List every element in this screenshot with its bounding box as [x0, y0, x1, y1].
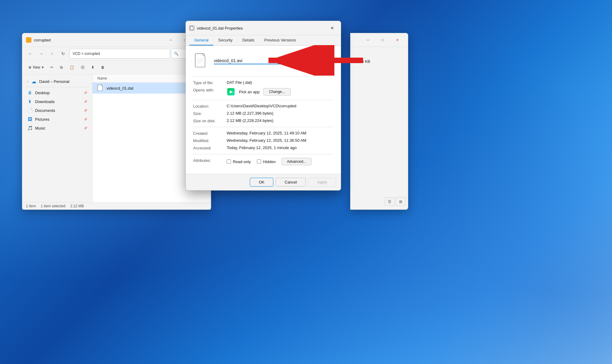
refresh-button[interactable]: ↻ — [58, 49, 68, 59]
new-label: New — [33, 65, 40, 70]
pin-icon: 📌 — [84, 127, 87, 130]
readonly-checkbox-label[interactable]: Read-only — [227, 159, 251, 164]
opens-with-content: ▶ Pick an app Change... — [227, 87, 291, 96]
tab-details[interactable]: Details — [237, 35, 259, 45]
file-page-icon — [97, 84, 103, 92]
pick-app-label: Pick an app — [239, 90, 260, 94]
created-row: Created: Wednesday, February 12, 2025, 1… — [193, 131, 333, 136]
ok-button[interactable]: OK — [250, 178, 273, 187]
section-divider-2 — [193, 100, 333, 100]
sidebar-item-downloads[interactable]: ⬇ Downloads 📌 — [23, 97, 91, 106]
command-bar: ⊕ New ▾ ✂ ⧉ 📋 Ⓐ ⬆ 🗑 ⊞ Details — [22, 61, 211, 74]
list-view-button[interactable]: ☰ — [385, 197, 394, 206]
sidebar-item-label: Pictures — [35, 117, 49, 122]
sidebar-item-label: David – Personal — [39, 79, 69, 84]
sidebar-item-music[interactable]: 🎵 Music 📌 — [23, 124, 91, 132]
cut-button[interactable]: ✂ — [47, 62, 56, 73]
properties-dialog: videocd_01.dat Properties ✕ General Secu… — [185, 21, 341, 191]
tab-previous-versions[interactable]: Previous Versions — [259, 35, 301, 45]
music-icon: 🎵 — [27, 125, 33, 131]
dialog-titlebar: videocd_01.dat Properties ✕ — [186, 21, 341, 35]
pin-icon: 📌 — [84, 109, 87, 112]
size-label: Size: — [193, 111, 227, 116]
file-big-icon — [193, 52, 209, 70]
right-panel-header: ─ □ ✕ — [350, 33, 408, 47]
download-icon: ⬇ — [27, 99, 33, 104]
sidebar: › ☁ David – Personal 🖥 Desktop 📌 ⬇ Downl… — [22, 74, 92, 202]
cancel-button[interactable]: Cancel — [276, 178, 306, 187]
dialog-footer: OK Cancel Apply — [186, 174, 341, 190]
new-button[interactable]: ⊕ New ▾ — [25, 62, 47, 73]
explorer-title: corrupted — [34, 38, 161, 42]
back-button[interactable]: ← — [25, 49, 35, 59]
type-of-file-label: Type of file: — [193, 80, 227, 85]
item-count: 1 item — [26, 204, 36, 208]
modified-value: Wednesday, February 12, 2025, 11:36:50 A… — [227, 138, 333, 143]
documents-icon: 📄 — [27, 108, 33, 113]
sidebar-item-desktop[interactable]: 🖥 Desktop 📌 — [23, 88, 91, 97]
rp-maximize-button[interactable]: □ — [376, 36, 390, 44]
tab-general[interactable]: General — [189, 35, 213, 45]
file-header-row — [193, 52, 333, 70]
sidebar-item-documents[interactable]: 📄 Documents 📌 — [23, 106, 91, 115]
attributes-label: Attributes: — [193, 158, 227, 163]
modified-row: Modified: Wednesday, February 12, 2025, … — [193, 138, 333, 143]
size-on-disk-value: 2.12 MB (2,228,224 bytes) — [227, 118, 333, 123]
copy-button[interactable]: ⧉ — [57, 62, 66, 73]
pin-icon: 📌 — [84, 100, 87, 103]
type-of-file-row: Type of file: DAT File (.dat) — [193, 80, 333, 85]
section-divider-4 — [193, 154, 333, 154]
opens-with-row: Opens with: ▶ Pick an app Change... — [193, 87, 333, 96]
right-panel-window-controls: ─ □ ✕ — [361, 36, 404, 44]
file-name: videocd_01.dat — [106, 86, 133, 91]
explorer-body: › ☁ David – Personal 🖥 Desktop 📌 ⬇ Downl… — [22, 74, 211, 202]
modified-label: Modified: — [193, 138, 227, 143]
right-panel-size: 2,176 KB — [354, 57, 404, 66]
selected-count: 1 item selected — [41, 204, 66, 208]
accessed-row: Accessed: Today, February 12, 2025, 1 mi… — [193, 145, 333, 150]
sidebar-item-label: Music — [35, 126, 45, 130]
rp-close-button[interactable]: ✕ — [390, 36, 404, 44]
pictures-icon: 🖼 — [27, 116, 33, 122]
explorer-minimize-button[interactable]: ─ — [164, 36, 178, 44]
new-plus-icon: ⊕ — [28, 65, 31, 70]
breadcrumb[interactable]: VCD > corrupted — [69, 49, 170, 59]
dialog-close-button[interactable]: ✕ — [327, 24, 337, 32]
location-label: Location: — [193, 104, 227, 109]
size-on-disk-label: Size on disk: — [193, 118, 227, 123]
right-panel-content: 2,176 KB — [350, 47, 408, 70]
breadcrumb-path: VCD > corrupted — [73, 52, 100, 56]
size-on-disk-row: Size on disk: 2.12 MB (2,228,224 bytes) — [193, 118, 333, 123]
grid-view-button[interactable]: ⊞ — [396, 197, 405, 206]
pick-app-icon: ▶ — [227, 87, 235, 96]
advanced-button[interactable]: Advanced... — [282, 158, 311, 165]
accessed-label: Accessed: — [193, 145, 227, 150]
right-panel: ─ □ ✕ 2,176 KB ☰ ⊞ — [350, 33, 408, 210]
file-name-input[interactable] — [214, 58, 333, 64]
sidebar-item-david-personal[interactable]: › ☁ David – Personal — [23, 77, 91, 86]
dialog-tabs: General Security Details Previous Versio… — [186, 35, 341, 46]
attributes-controls: Read-only Hidden Advanced... — [227, 158, 311, 165]
up-button[interactable]: ↑ — [47, 49, 57, 59]
explorer-titlebar: corrupted ─ □ ✕ — [22, 33, 211, 47]
rename-button[interactable]: Ⓐ — [78, 62, 88, 73]
forward-button[interactable]: → — [36, 49, 46, 59]
change-button[interactable]: Change... — [263, 88, 291, 95]
new-chevron-icon: ▾ — [42, 65, 44, 70]
desktop-icon: 🖥 — [27, 90, 33, 95]
tab-security[interactable]: Security — [213, 35, 237, 45]
hidden-checkbox[interactable] — [257, 159, 261, 164]
pin-icon: 📌 — [84, 118, 87, 121]
paste-button[interactable]: 📋 — [67, 62, 77, 73]
share-button[interactable]: ⬆ — [88, 62, 97, 73]
rp-minimize-button[interactable]: ─ — [361, 36, 375, 44]
sidebar-item-pictures[interactable]: 🖼 Pictures 📌 — [23, 115, 91, 123]
apply-button[interactable]: Apply — [308, 178, 336, 187]
opens-with-label: Opens with: — [193, 87, 227, 92]
location-value: C:\Users\David\Desktop\VCD\corrupted — [227, 104, 333, 108]
delete-button[interactable]: 🗑 — [98, 62, 108, 73]
explorer-toolbar: ← → ↑ ↻ VCD > corrupted 🔍 — [22, 47, 211, 61]
hidden-checkbox-label[interactable]: Hidden — [257, 159, 275, 164]
readonly-checkbox[interactable] — [227, 159, 231, 164]
sidebar-item-label: Downloads — [35, 99, 55, 104]
